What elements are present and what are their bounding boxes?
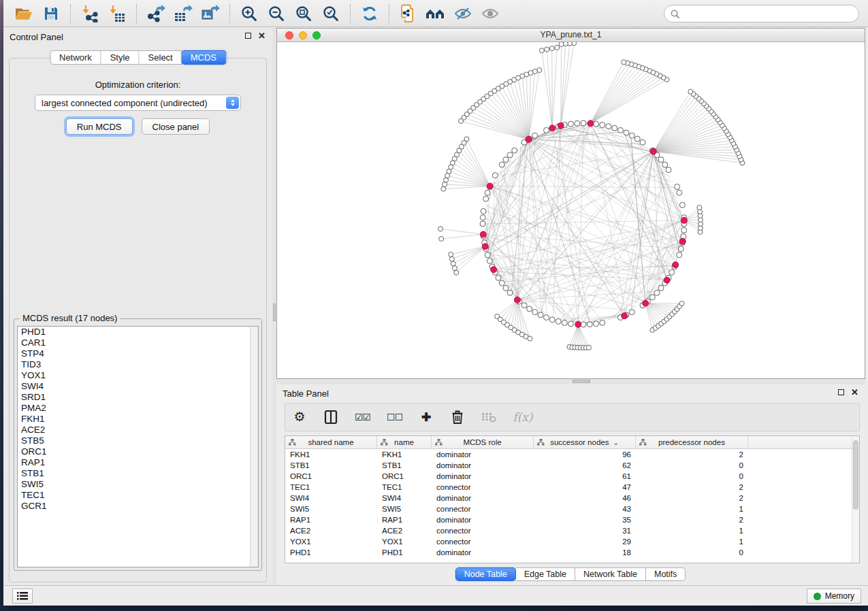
run-mcds-button[interactable]: Run MCDS — [66, 118, 133, 135]
mcds-result-item[interactable]: ORC1 — [18, 446, 258, 457]
table-cell: RAP1 — [377, 516, 432, 524]
table-row[interactable]: ACE2ACE2connector311 — [285, 525, 859, 536]
mcds-result-item[interactable]: SRD1 — [18, 392, 258, 403]
toolbar-separator — [136, 4, 137, 23]
mcds-result-list[interactable]: PHD1CAR1STP4TID3YOX1SWI4SRD1PMA2FKH1ACE2… — [17, 326, 259, 567]
column-header-name[interactable]: name — [377, 436, 432, 448]
zoom-in-icon[interactable] — [238, 3, 261, 24]
status-bar: Memory — [3, 585, 868, 606]
table-cell: RAP1 — [285, 516, 377, 524]
table-cell: connector — [432, 505, 534, 513]
search-input[interactable] — [664, 5, 859, 22]
close-panel-icon[interactable]: ✕ — [258, 33, 266, 39]
mcds-result-item[interactable]: RAP1 — [18, 457, 258, 468]
mcds-result-item[interactable]: SWI4 — [18, 381, 258, 392]
close-panel-button[interactable]: Close panel — [142, 118, 210, 135]
tab-node-table[interactable]: Node Table — [455, 567, 516, 581]
table-cell: 35 — [534, 516, 636, 524]
mcds-result-item[interactable]: GCR1 — [18, 501, 258, 512]
show-all-icon[interactable] — [479, 3, 502, 24]
first-neighbors-icon[interactable] — [424, 3, 447, 24]
show-columns-icon[interactable] — [323, 409, 338, 425]
mcds-result-item[interactable]: STP4 — [18, 348, 258, 359]
table-cell: dominator — [432, 516, 534, 524]
export-image-icon[interactable] — [199, 3, 222, 24]
zoom-out-icon[interactable] — [265, 3, 288, 24]
close-panel-icon[interactable]: ✕ — [851, 389, 858, 395]
table-options-gear-icon[interactable]: ⚙ — [292, 409, 307, 425]
tab-motifs[interactable]: Motifs — [646, 567, 686, 581]
window-zoom-icon[interactable] — [312, 31, 321, 39]
memory-button[interactable]: Memory — [807, 589, 861, 604]
criterion-dropdown[interactable]: largest connected component (undirected) — [35, 95, 241, 111]
tab-edge-table[interactable]: Edge Table — [516, 567, 575, 581]
table-row[interactable]: FKH1FKH1dominator962 — [285, 449, 859, 460]
table-row[interactable]: SWI4SWI4dominator462 — [285, 493, 859, 503]
tab-network[interactable]: Network — [50, 50, 101, 65]
mcds-result-item[interactable]: SWI5 — [18, 479, 258, 490]
network-view-window: YPA_prune.txt_1 — [276, 28, 865, 379]
mcds-result-item[interactable]: STB1 — [18, 468, 258, 479]
table-row[interactable]: TEC1TEC1connector472 — [285, 482, 859, 493]
mcds-result-item[interactable]: CAR1 — [18, 337, 258, 348]
create-column-icon[interactable]: ✚ — [419, 409, 434, 425]
mcds-result-item[interactable]: TEC1 — [18, 490, 258, 501]
mcds-result-item[interactable]: YOX1 — [18, 370, 258, 381]
float-panel-icon[interactable] — [838, 389, 844, 395]
zoom-selected-icon[interactable] — [319, 3, 342, 24]
table-cell: dominator — [432, 494, 534, 502]
table-row[interactable]: RAP1RAP1dominator352 — [285, 514, 859, 525]
column-header-shared-name[interactable]: shared name — [285, 436, 377, 448]
network-window-titlebar[interactable]: YPA_prune.txt_1 — [277, 29, 865, 42]
window-minimize-icon[interactable] — [299, 31, 307, 39]
save-session-icon[interactable] — [39, 3, 63, 24]
toolbar-separator — [389, 4, 389, 23]
node-table-body: FKH1FKH1dominator962STB1STB1dominator620… — [285, 449, 859, 558]
window-close-icon[interactable] — [285, 31, 293, 39]
table-cell: PHD1 — [377, 548, 432, 557]
export-network-icon[interactable] — [144, 3, 167, 24]
column-header-predecessor-nodes[interactable]: predecessor nodes — [636, 436, 748, 448]
zoom-fit-icon[interactable] — [292, 3, 315, 24]
horizontal-splitter[interactable] — [276, 379, 865, 384]
import-table-icon[interactable] — [106, 3, 129, 24]
deselect-all-columns-icon[interactable]: ☐☐ — [387, 409, 402, 425]
table-row[interactable]: ORC1ORC1dominator610 — [285, 471, 859, 482]
table-row[interactable]: PHD1PHD1dominator180 — [285, 547, 859, 558]
table-cell: 0 — [636, 472, 748, 480]
table-row[interactable]: YOX1YOX1connector291 — [285, 536, 859, 547]
refresh-layout-icon[interactable] — [358, 3, 381, 24]
table-cell: dominator — [432, 548, 534, 557]
select-all-columns-icon[interactable]: ☑☑ — [355, 409, 370, 425]
table-scrollbar[interactable] — [852, 436, 859, 563]
hide-selected-icon[interactable] — [451, 3, 475, 24]
new-network-from-selection-icon[interactable] — [397, 3, 420, 24]
result-list-scrollbar[interactable] — [250, 327, 258, 567]
import-network-icon[interactable] — [78, 3, 101, 24]
tab-select[interactable]: Select — [140, 50, 182, 65]
mcds-result-item[interactable]: TID3 — [18, 359, 258, 370]
network-title: YPA_prune.txt_1 — [277, 29, 865, 42]
table-row[interactable]: SWI5SWI5connector431 — [285, 503, 859, 514]
column-header-successor-nodes[interactable]: successor nodes⌄ — [534, 436, 636, 448]
delete-table-icon — [481, 409, 496, 425]
optimization-criterion-label: Optimization criterion: — [10, 80, 266, 90]
tab-style[interactable]: Style — [101, 50, 140, 65]
export-table-icon[interactable] — [172, 3, 195, 24]
tab-mcds[interactable]: MCDS — [182, 50, 226, 65]
table-row[interactable]: STB1STB1dominator620 — [285, 460, 859, 471]
table-cell: ACE2 — [285, 527, 377, 535]
float-panel-icon[interactable] — [245, 33, 251, 39]
mcds-result-item[interactable]: ACE2 — [18, 425, 258, 435]
mcds-result-item[interactable]: PMA2 — [18, 403, 258, 414]
mcds-result-item[interactable]: STB5 — [18, 435, 258, 446]
task-history-button[interactable] — [12, 589, 33, 604]
mcds-result-item[interactable]: FKH1 — [18, 414, 258, 425]
tab-network-table[interactable]: Network Table — [575, 567, 646, 581]
network-canvas[interactable] — [277, 42, 865, 378]
delete-column-trash-icon[interactable] — [450, 409, 465, 425]
open-session-icon[interactable] — [12, 3, 35, 24]
table-cell: STB1 — [285, 461, 377, 469]
mcds-result-item[interactable]: PHD1 — [18, 327, 258, 337]
column-header-MCDS-role[interactable]: MCDS role — [432, 436, 534, 448]
